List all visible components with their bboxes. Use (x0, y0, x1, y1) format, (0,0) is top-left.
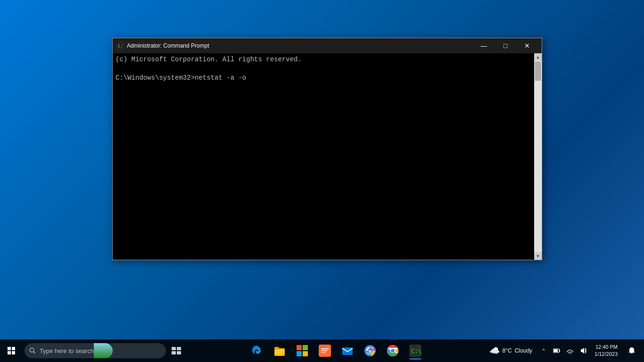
explorer-icon (273, 344, 286, 357)
search-thumbnail (94, 343, 113, 358)
taskbar-store-button[interactable] (292, 340, 313, 361)
close-button[interactable]: ✕ (516, 38, 538, 53)
cmd-titlebar: C:\ Administrator: Command Prompt — □ ✕ (113, 38, 542, 53)
clock-widget[interactable]: 12:40 PM 1/12/2023 (591, 340, 621, 361)
svg-rect-13 (303, 345, 308, 350)
cmd-controls: — □ ✕ (473, 38, 538, 53)
svg-rect-15 (303, 351, 308, 356)
desktop: C:\ Administrator: Command Prompt — □ ✕ … (0, 0, 644, 339)
taskview-icon (172, 347, 181, 354)
svg-rect-4 (172, 347, 176, 350)
cmd-window: C:\ Administrator: Command Prompt — □ ✕ … (112, 38, 542, 260)
chrome-m-icon: M (363, 344, 377, 357)
search-icon (29, 347, 36, 354)
battery-svg-icon (553, 347, 561, 354)
svg-text:C:\: C:\ (118, 44, 124, 49)
svg-rect-29 (554, 349, 558, 352)
volume-icon[interactable] (578, 340, 589, 361)
taskbar: Type here to search (0, 339, 644, 362)
minimize-button[interactable]: — (473, 38, 495, 53)
chrome-icon (386, 344, 399, 357)
taskbar-sublime-button[interactable] (314, 340, 335, 361)
search-bar[interactable]: Type here to search (25, 343, 166, 358)
taskbar-edge-button[interactable] (247, 340, 267, 361)
scrollbar-down-button[interactable]: ▼ (534, 252, 542, 260)
svg-rect-28 (559, 350, 560, 352)
cmd-window-icon: C:\ (116, 42, 124, 49)
svg-rect-12 (297, 345, 302, 350)
notification-svg-icon (628, 347, 636, 354)
scrollbar-track[interactable] (534, 61, 542, 252)
tray-chevron-icon: ^ (542, 348, 545, 354)
weather-temp: 8°C (503, 347, 512, 354)
taskbar-chrome-button[interactable] (382, 340, 403, 361)
svg-text:C:\: C:\ (411, 348, 421, 354)
taskbar-explorer-button[interactable] (269, 340, 290, 361)
volume-svg-icon (579, 347, 587, 354)
cmd-content[interactable]: (c) Microsoft Corporation. All rights re… (113, 53, 534, 260)
maximize-button[interactable]: □ (495, 38, 516, 53)
mail-icon (341, 344, 354, 357)
svg-rect-7 (177, 351, 181, 354)
cmd-scrollbar[interactable]: ▲ ▼ (534, 53, 542, 260)
search-placeholder-text: Type here to search (40, 347, 94, 354)
store-icon (296, 344, 309, 357)
cmd-title: Administrator: Command Prompt (127, 42, 473, 49)
terminal-icon: C:\ (409, 344, 422, 357)
taskview-button[interactable] (166, 340, 187, 361)
taskbar-mail-button[interactable] (337, 340, 358, 361)
svg-point-24 (391, 349, 395, 353)
svg-rect-10 (275, 350, 284, 351)
windows-logo-icon (8, 347, 15, 354)
sublime-icon (318, 344, 331, 357)
weather-icon: ☁️ (489, 346, 500, 356)
battery-icon[interactable] (551, 340, 562, 361)
svg-rect-11 (275, 352, 282, 353)
tray-overflow-button[interactable]: ^ (538, 340, 549, 361)
cmd-line-3: C:\Windows\system32>netstat -a -o (116, 74, 246, 82)
taskbar-chrome-m-button[interactable]: M (360, 340, 380, 361)
svg-rect-5 (177, 347, 181, 350)
scrollbar-thumb[interactable] (535, 62, 541, 81)
svg-text:M: M (369, 350, 372, 353)
taskbar-terminal-button[interactable]: C:\ (405, 340, 426, 361)
svg-rect-9 (274, 347, 279, 349)
svg-point-30 (570, 353, 570, 354)
clock-time: 12:40 PM (595, 344, 618, 351)
notification-button[interactable] (623, 340, 640, 361)
svg-rect-14 (297, 351, 302, 356)
weather-condition: Cloudy (515, 347, 532, 354)
network-icon[interactable] (564, 340, 576, 361)
taskbar-pinned-apps: M (187, 340, 486, 361)
system-tray: ☁️ 8°C Cloudy ^ (486, 340, 644, 361)
edge-icon (250, 344, 264, 357)
start-button[interactable] (0, 339, 23, 362)
cmd-body[interactable]: (c) Microsoft Corporation. All rights re… (113, 53, 542, 260)
network-svg-icon (566, 347, 574, 354)
weather-widget[interactable]: ☁️ 8°C Cloudy (486, 340, 537, 361)
svg-rect-6 (172, 351, 176, 354)
svg-line-3 (33, 352, 35, 353)
cmd-line-1: (c) Microsoft Corporation. All rights re… (116, 56, 302, 63)
clock-date: 1/12/2023 (594, 351, 618, 358)
scrollbar-up-button[interactable]: ▲ (534, 53, 542, 61)
svg-rect-17 (342, 347, 353, 355)
